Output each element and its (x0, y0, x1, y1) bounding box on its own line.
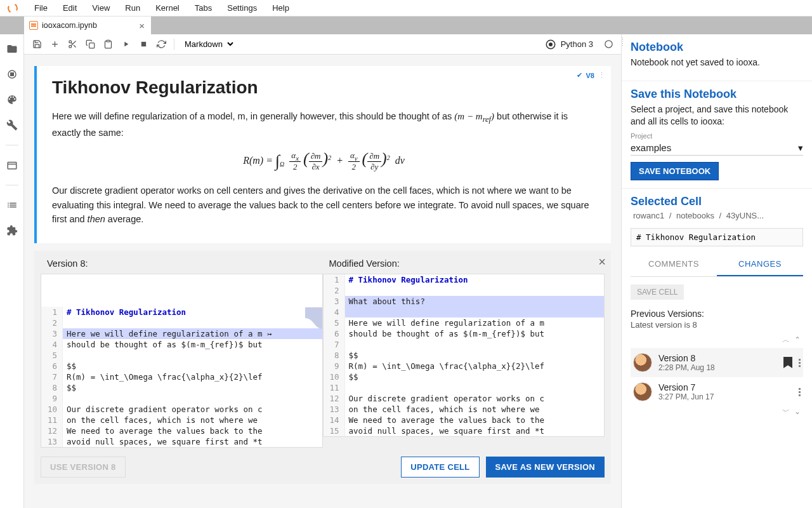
cell-title-input[interactable] (631, 228, 803, 246)
breadcrumb[interactable]: rowanc1 / notebooks / 43yUNS... (631, 211, 803, 220)
more-icon[interactable]: ⋮ (598, 71, 606, 79)
version-nav[interactable]: ︿ ⌃ (631, 335, 803, 345)
version-time: 2:28 PM, Aug 18 (658, 363, 777, 372)
tab-filename: iooxacom.ipynb (42, 21, 97, 30)
close-icon[interactable]: × (139, 20, 145, 31)
diff-panel: × Version 8: 1# Tikhonov Regularization2… (34, 251, 611, 484)
code-line: 3What about this? (324, 296, 605, 307)
wrench-icon[interactable] (6, 119, 18, 131)
stop-icon[interactable] (136, 37, 151, 52)
code-line: 8$$ (41, 382, 322, 393)
cell-paragraph-2: Our discrete gradient operator works on … (52, 184, 596, 226)
add-icon[interactable] (47, 37, 62, 52)
paste-icon[interactable] (100, 37, 115, 52)
kernel-status-icon[interactable] (601, 37, 616, 52)
panel-selected-heading: Selected Cell (631, 195, 803, 208)
tab-comments[interactable]: COMMENTS (631, 253, 717, 276)
kernel-name[interactable]: Python 3 (561, 39, 593, 49)
code-line: 4should be thought of as $(m-m_{ref})$ b… (41, 339, 322, 350)
save-new-version-button[interactable]: SAVE AS NEW VERSION (486, 457, 605, 478)
code-line: 11on the cell faces, which is not where … (41, 415, 322, 425)
svg-point-9 (549, 43, 552, 46)
copy-icon[interactable] (82, 37, 98, 52)
code-line: 10$$ (324, 371, 605, 382)
more-icon[interactable] (799, 387, 801, 396)
latest-version-label: Latest version is 8 (631, 320, 803, 330)
diff-left-code[interactable]: 1# Tikhonov Regularization23Here we will… (41, 274, 323, 448)
code-line: 1# Tikhonov Regularization (324, 274, 605, 285)
math-equation: R(m) = ∫Ω αx2 (∂m∂x)2 + αy2 (∂m∂y)2 dv (52, 149, 596, 173)
menu-kernel[interactable]: Kernel (148, 3, 187, 13)
extension-icon[interactable] (6, 225, 18, 236)
more-icon[interactable] (799, 358, 801, 367)
svg-point-10 (605, 41, 612, 48)
panel-save-heading: Save this Notebook (631, 88, 803, 101)
use-version-button: USE VERSION 8 (41, 457, 126, 478)
save-cell-button: SAVE CELL (631, 284, 684, 300)
svg-point-4 (69, 45, 71, 48)
project-select[interactable]: examples ▾ (631, 140, 803, 156)
code-line: 7 (324, 339, 605, 350)
markdown-cell[interactable]: ✔ V8 ⋮ Tikhonov Regularization Here we w… (34, 66, 611, 243)
diff-right-code[interactable]: 1# Tikhonov Regularization23What about t… (323, 274, 605, 437)
menu-tabs[interactable]: Tabs (187, 3, 219, 13)
bookmark-icon[interactable] (783, 357, 792, 368)
main-area: Markdown Python 3 ✔ V8 ⋮ Tikhonov Regula… (24, 34, 622, 508)
code-line: 13avoid null spaces, we square first and… (41, 436, 322, 447)
code-line: 9 (41, 393, 322, 404)
palette-icon[interactable] (6, 94, 18, 105)
cell-paragraph-1: Here we will define regularization of a … (52, 109, 596, 140)
cut-icon[interactable] (65, 37, 80, 52)
menu-help[interactable]: Help (265, 3, 297, 13)
panel-notebook-status: Notebook not yet saved to iooxa. (631, 57, 803, 69)
code-line: 5 (41, 350, 322, 361)
code-line: 5Here we will define regularization of a… (324, 318, 605, 328)
code-line: 13on the cell faces, which is not where … (324, 404, 605, 415)
cell-type-select[interactable]: Markdown (180, 37, 235, 51)
run-icon[interactable] (118, 37, 133, 52)
svg-rect-1 (10, 73, 13, 76)
update-cell-button[interactable]: UPDATE CELL (401, 457, 479, 478)
menu-edit[interactable]: Edit (55, 3, 84, 13)
tab-changes[interactable]: CHANGES (717, 253, 803, 276)
svg-rect-7 (141, 42, 145, 46)
iooxa-icon[interactable] (543, 37, 558, 52)
folder-icon[interactable] (6, 43, 18, 55)
menu-run[interactable]: Run (117, 3, 148, 13)
code-line: 12Our discrete gradient operator works o… (324, 393, 605, 404)
code-line: 2 (41, 318, 322, 328)
notebook-tab[interactable]: iooxacom.ipynb × (24, 17, 151, 34)
version-row[interactable]: Version 82:28 PM, Aug 18 (631, 348, 803, 377)
version-nav-down[interactable]: ﹀ ⌄ (631, 406, 803, 417)
running-icon[interactable] (6, 69, 18, 80)
close-icon[interactable]: × (598, 255, 606, 269)
menu-view[interactable]: View (84, 3, 117, 13)
resize-handle[interactable] (622, 34, 625, 508)
tab-icon[interactable] (6, 159, 18, 171)
project-label: Project (631, 132, 803, 140)
menu-settings[interactable]: Settings (219, 3, 265, 13)
avatar (633, 353, 652, 372)
panel-notebook-heading: Notebook (631, 41, 803, 54)
avatar (633, 382, 652, 401)
code-line: 1# Tikhonov Regularization (41, 307, 322, 318)
save-notebook-button[interactable]: SAVE NOTEBOOK (631, 162, 719, 180)
notebook-body[interactable]: ✔ V8 ⋮ Tikhonov Regularization Here we w… (24, 55, 621, 508)
version-title: Version 7 (658, 382, 792, 392)
menu-file[interactable]: File (27, 3, 55, 13)
svg-rect-2 (8, 163, 16, 170)
svg-rect-5 (89, 43, 94, 48)
version-badge: V8 (586, 72, 594, 79)
code-line: 7R(m) = \int_\Omega \frac{\alpha_x}{2}\l… (41, 371, 322, 382)
code-line: 14We need to average the values back to … (324, 415, 605, 425)
jupyter-logo-icon (8, 3, 18, 13)
code-line: 6should be thought of as $(m-m_{ref})$ b… (324, 328, 605, 339)
version-row[interactable]: Version 73:27 PM, Jun 17 (631, 377, 803, 406)
code-line: 9R(m) = \int_\Omega \frac{\alpha_x}{2}\l… (324, 361, 605, 371)
activity-bar (0, 34, 24, 508)
save-icon[interactable] (29, 37, 44, 52)
code-line: 6$$ (41, 361, 322, 371)
restart-icon[interactable] (154, 37, 169, 52)
toc-icon[interactable] (6, 199, 18, 211)
code-line: 8$$ (324, 350, 605, 361)
